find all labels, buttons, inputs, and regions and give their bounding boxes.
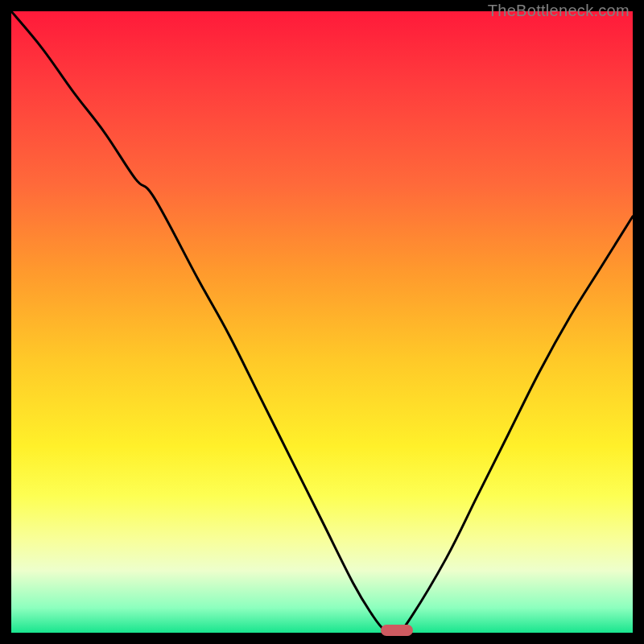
- bottleneck-curve: [11, 11, 633, 633]
- plot-area: [11, 11, 633, 633]
- chart-frame: TheBottleneck.com: [0, 0, 644, 644]
- optimal-marker: [381, 625, 413, 636]
- curve-svg: [11, 11, 633, 633]
